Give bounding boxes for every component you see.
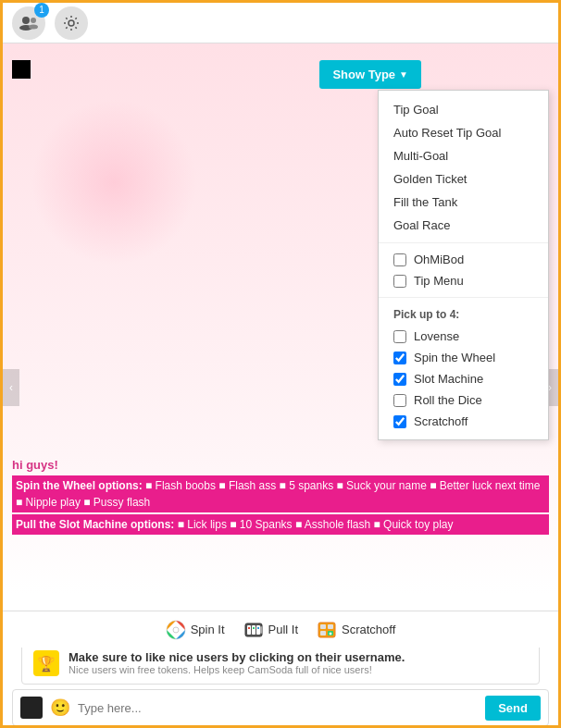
lovense-label: Lovense [414,329,459,343]
svg-rect-18 [320,631,326,635]
svg-point-2 [31,18,36,23]
svg-point-4 [69,20,74,26]
scratchoff-label: Scratchoff [342,623,395,636]
send-button[interactable]: Send [485,696,541,721]
tip-main-text: Make sure to like nice users by clicking… [69,650,405,664]
spin-label: Spin the Wheel options: [16,479,143,492]
checkbox-spin-wheel[interactable]: Spin the Wheel [379,347,548,368]
chat-input[interactable] [78,701,478,715]
checkbox-tip-menu[interactable]: Tip Menu [379,270,548,291]
svg-rect-10 [256,625,260,635]
tip-menu-checkbox[interactable] [393,275,406,288]
input-bar: 🙂 Send [12,689,549,726]
spin-icon [166,620,186,640]
checkbox-lovense[interactable]: Lovense [379,326,548,347]
dropdown-fill-tank[interactable]: Fill the Tank [379,191,548,214]
tip-menu-label: Tip Menu [414,274,464,288]
user-badge: 1 [34,3,49,18]
main-content: Show Type ☞ Tip Goal Auto Reset Tip Goal… [3,43,558,728]
show-type-label: Show Type [332,68,395,81]
tip-notification: 🏆 Make sure to like nice users by clicki… [21,642,540,685]
chat-messages: hi guys! Spin the Wheel options: ■ Flash… [12,458,549,537]
slot-icon [243,620,264,640]
ohmibod-checkbox[interactable] [393,253,406,266]
scratchoff-checkbox[interactable] [393,415,406,428]
roll-dice-checkbox[interactable] [393,394,406,407]
scratchoff-icon [317,620,337,640]
svg-point-3 [29,24,38,29]
bottom-bar: Spin It Pull It [3,611,558,648]
svg-rect-8 [247,625,251,635]
checkbox-scratchoff[interactable]: Scratchoff [379,411,548,432]
tip-sub-text: Nice users win free tokens. Helps keep C… [69,664,405,675]
checkbox-ohmibod[interactable]: OhMiBod [379,249,548,270]
scratchoff-label: Scratchoff [414,414,468,428]
top-bar: 1 [3,3,558,43]
dropdown-auto-reset[interactable]: Auto Reset Tip Goal [379,121,548,144]
checkbox-slot-machine[interactable]: Slot Machine [379,368,548,389]
svg-rect-14 [260,626,262,634]
chat-spin-message: Spin the Wheel options: ■ Flash boobs ■ … [12,475,549,512]
svg-point-6 [173,627,179,633]
show-type-button[interactable]: Show Type [319,60,421,89]
spin-it-label: Spin It [191,623,225,636]
svg-point-0 [22,17,30,24]
pull-options: ■ Lick lips ■ 10 Spanks ■ Asshole flash … [178,518,454,531]
slot-machine-checkbox[interactable] [393,373,406,386]
svg-rect-12 [253,627,255,629]
svg-rect-11 [248,627,250,629]
dropdown-menu: Tip Goal Auto Reset Tip Goal Multi-Goal … [378,90,549,440]
emoji-button[interactable]: 🙂 [50,697,70,718]
users-icon-btn[interactable]: 1 [12,6,45,40]
spin-wheel-label: Spin the Wheel [414,351,495,364]
checkbox-roll-dice[interactable]: Roll the Dice [379,389,548,411]
pick-label: Pick up to 4: [379,303,548,326]
chat-hi: hi guys! [12,458,549,472]
stream-thumbnail [12,60,31,79]
divider-1 [379,242,548,243]
roll-dice-label: Roll the Dice [414,393,482,407]
dropdown-tip-goal[interactable]: Tip Goal [379,98,548,121]
dropdown-golden-ticket[interactable]: Golden Ticket [379,167,548,191]
pull-label: Pull the Slot Machine options: [16,518,174,531]
spin-wheel-checkbox[interactable] [393,352,406,364]
dropdown-multi-goal[interactable]: Multi-Goal [379,144,548,167]
nav-arrow-left[interactable]: ‹ [3,369,19,406]
svg-rect-13 [257,627,259,629]
svg-rect-17 [328,624,333,629]
scratchoff-btn[interactable]: Scratchoff [317,620,395,640]
svg-rect-9 [252,625,256,635]
pull-it-btn[interactable]: Pull It [243,620,299,640]
slot-machine-label: Slot Machine [414,372,483,386]
spin-it-btn[interactable]: Spin It [166,620,225,640]
dropdown-goal-race[interactable]: Goal Race [379,214,548,237]
lovense-checkbox[interactable] [393,330,406,343]
tip-text-container: Make sure to like nice users by clicking… [69,650,405,675]
pull-it-label: Pull It [268,623,299,636]
user-avatar [20,697,43,719]
svg-rect-16 [320,624,326,629]
chat-pull-message: Pull the Slot Machine options: ■ Lick li… [12,514,549,535]
ohmibod-label: OhMiBod [414,253,464,266]
settings-icon-btn[interactable] [55,6,88,40]
divider-2 [379,297,548,298]
trophy-icon: 🏆 [33,650,59,676]
